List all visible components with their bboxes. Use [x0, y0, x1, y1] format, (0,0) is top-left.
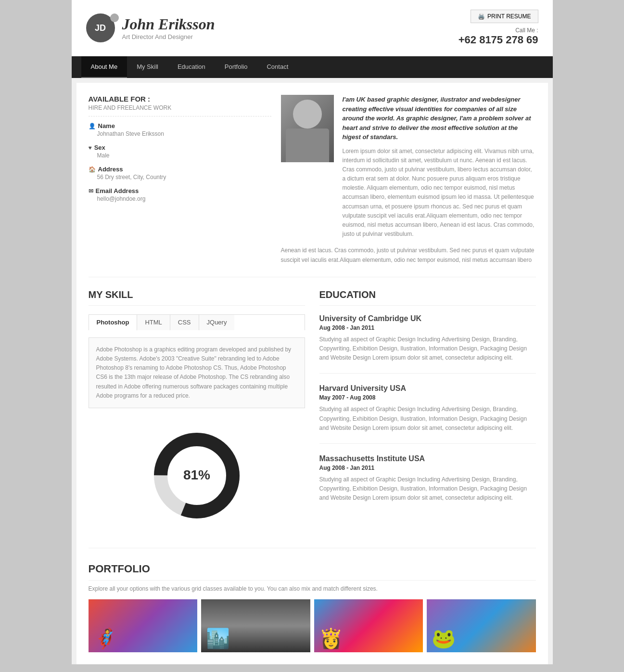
portfolio-item-4[interactable] — [427, 599, 536, 652]
about-left-panel: AVAILABLE FOR : HIRE AND FREELANCE WORK … — [89, 95, 271, 265]
portfolio-item-3[interactable] — [314, 599, 423, 652]
address-info: 🏠 Address 56 Dry street, City, Country — [89, 166, 271, 181]
school-dates-1: Aug 2008 - Jan 2011 — [319, 324, 536, 331]
tab-html[interactable]: HTML — [137, 315, 170, 330]
nav-item-about[interactable]: About Me — [81, 56, 127, 78]
print-label: PRINT RESUME — [487, 13, 531, 20]
skills-edu-section: MY SKILL Photoshop HTML CSS JQuery Adobe… — [89, 289, 536, 548]
school-name-3: Massachusetts Institute USA — [319, 454, 536, 463]
school-desc-2: Studying all aspect of Graphic Design In… — [319, 405, 536, 433]
name-label: 👤 Name — [89, 122, 271, 129]
home-icon: 🏠 — [89, 166, 96, 173]
header-name-block: John Eriksson Art Director And Designer — [122, 15, 215, 40]
nav-link-about[interactable]: About Me — [81, 56, 127, 78]
donut-chart-svg: 81% — [149, 427, 245, 524]
avatar-initials: JD — [95, 23, 106, 33]
main-nav: About Me My Skill Education Portfolio Co… — [72, 56, 553, 78]
school-desc-1: Studying all aspect of Graphic Design In… — [319, 335, 536, 363]
nav-item-education[interactable]: Education — [168, 56, 215, 78]
nav-item-contact[interactable]: Contact — [257, 56, 298, 78]
edu-item-2: Harvard University USA May 2007 - Aug 20… — [319, 384, 536, 444]
profile-photo — [281, 95, 334, 162]
skill-description: Adobe Photoshop is a graphics editing pr… — [89, 337, 305, 408]
portfolio-subtitle: Explore all your options with the variou… — [89, 585, 536, 592]
intro-body-2: Aenean id est lacus. Cras commodo, justo… — [281, 246, 536, 264]
sex-info: ♥ Sex Male — [89, 144, 271, 159]
donut-chart-container: 81% — [89, 418, 305, 533]
skills-column: MY SKILL Photoshop HTML CSS JQuery Adobe… — [89, 289, 305, 533]
available-title: AVAILABLE FOR : — [89, 95, 271, 103]
school-dates-2: May 2007 - Aug 2008 — [319, 394, 536, 401]
email-icon: ✉ — [89, 188, 93, 194]
intro-bold: I'am UK based graphic designer, ilustrat… — [343, 95, 536, 142]
portfolio-section: PORTFOLIO Explore all your options with … — [89, 563, 536, 652]
main-content: AVAILABLE FOR : HIRE AND FREELANCE WORK … — [76, 83, 548, 664]
sex-label: ♥ Sex — [89, 144, 271, 151]
about-right-panel: I'am UK based graphic designer, ilustrat… — [281, 95, 536, 265]
portfolio-grid — [89, 599, 536, 652]
nav-link-portfolio[interactable]: Portfolio — [215, 56, 257, 77]
portfolio-item-2[interactable] — [201, 599, 310, 652]
school-desc-3: Studying all aspect of Graphic Design In… — [319, 475, 536, 503]
tab-jquery[interactable]: JQuery — [199, 315, 235, 330]
call-me-label: Call Me : — [458, 27, 538, 34]
tab-css[interactable]: CSS — [170, 315, 199, 330]
heart-icon: ♥ — [89, 144, 92, 151]
intro-body-1: Lorem ipsum dolor sit amet, consectetur … — [343, 147, 536, 239]
header-right: 🖨️ PRINT RESUME Call Me : +62 8175 278 6… — [458, 10, 538, 46]
school-name-2: Harvard University USA — [319, 384, 536, 393]
nav-link-contact[interactable]: Contact — [257, 56, 298, 77]
nav-item-skill[interactable]: My Skill — [127, 56, 168, 78]
profile-photo-inner — [281, 95, 334, 162]
avatar: JD — [86, 13, 115, 42]
print-resume-button[interactable]: 🖨️ PRINT RESUME — [471, 10, 538, 23]
school-dates-3: Aug 2008 - Jan 2011 — [319, 465, 536, 471]
nav-link-education[interactable]: Education — [168, 56, 215, 77]
nav-link-skill[interactable]: My Skill — [127, 56, 168, 77]
school-name-1: University of Cambridge UK — [319, 314, 536, 323]
email-value: hello@johndoe.org — [89, 195, 271, 202]
portfolio-item-1[interactable] — [89, 599, 198, 652]
education-column: EDUCATION University of Cambridge UK Aug… — [319, 289, 536, 533]
skill-tabs: Photoshop HTML CSS JQuery — [89, 314, 305, 330]
address-label: 🏠 Address — [89, 166, 271, 173]
header: JD John Eriksson Art Director And Design… — [72, 0, 553, 56]
name-value: Johnathan Steve Eriksson — [89, 130, 271, 137]
email-label: ✉ Email Address — [89, 187, 271, 194]
nav-item-portfolio[interactable]: Portfolio — [215, 56, 257, 78]
portfolio-title: PORTFOLIO — [89, 563, 536, 581]
edu-item-3: Massachusetts Institute USA Aug 2008 - J… — [319, 454, 536, 514]
hire-label: HIRE AND FREELANCE WORK — [89, 104, 271, 116]
address-value: 56 Dry street, City, Country — [89, 174, 271, 181]
printer-icon: 🖨️ — [478, 13, 485, 20]
about-section: AVAILABLE FOR : HIRE AND FREELANCE WORK … — [89, 95, 536, 277]
donut-percent-text: 81% — [183, 467, 210, 482]
designer-name: John Eriksson — [122, 15, 215, 33]
edu-item-1: University of Cambridge UK Aug 2008 - Ja… — [319, 314, 536, 374]
phone-number: +62 8175 278 69 — [458, 34, 538, 46]
intro-text: I'am UK based graphic designer, ilustrat… — [343, 95, 536, 239]
education-title: EDUCATION — [319, 289, 536, 306]
header-left: JD John Eriksson Art Director And Design… — [86, 13, 215, 42]
about-top-row: I'am UK based graphic designer, ilustrat… — [281, 95, 536, 239]
skills-title: MY SKILL — [89, 289, 305, 306]
tab-photoshop[interactable]: Photoshop — [89, 315, 138, 331]
person-icon: 👤 — [89, 123, 96, 129]
name-info: 👤 Name Johnathan Steve Eriksson — [89, 122, 271, 137]
designer-subtitle: Art Director And Designer — [122, 33, 215, 40]
sex-value: Male — [89, 152, 271, 159]
email-info: ✉ Email Address hello@johndoe.org — [89, 187, 271, 202]
